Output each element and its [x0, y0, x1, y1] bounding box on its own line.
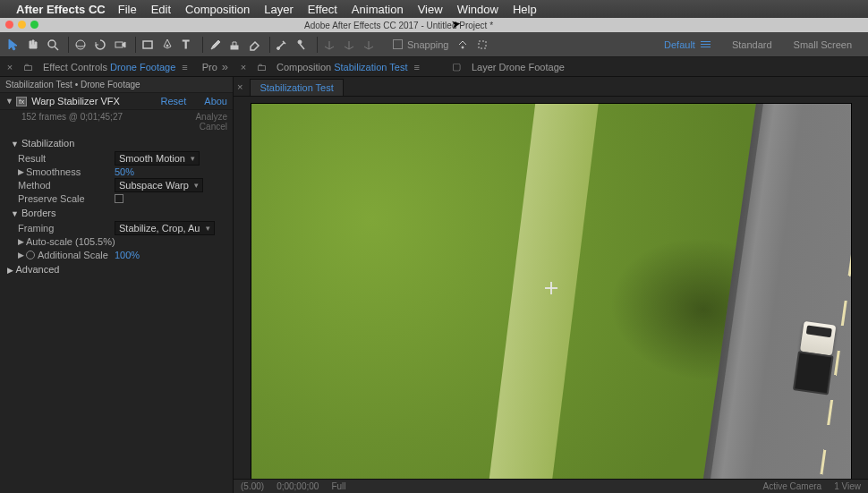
sub-tab-close-icon[interactable]: ×	[237, 81, 243, 92]
tab-overflow-icon[interactable]: »	[222, 60, 234, 73]
tool-bar: T Snapping Default Standard Small Screen	[0, 32, 868, 57]
layer-panel-icon[interactable]: ▢	[450, 61, 463, 73]
framing-dropdown[interactable]: Stabilize, Crop, Au▾	[115, 221, 215, 235]
snap-option2-icon[interactable]	[474, 37, 490, 53]
footer-resolution[interactable]: Full	[331, 481, 345, 491]
hamburger-icon	[701, 41, 711, 47]
tab-project[interactable]: Pro	[199, 62, 221, 72]
footer-timecode[interactable]: 0;00;00;00	[277, 481, 319, 491]
menu-composition[interactable]: Composition	[185, 3, 250, 16]
twirl-right-icon[interactable]: ▶	[18, 237, 26, 246]
menu-edit[interactable]: Edit	[151, 3, 171, 16]
cancel-button[interactable]: Cancel	[195, 122, 227, 132]
window-traffic-lights	[5, 21, 38, 29]
menu-file[interactable]: File	[118, 3, 137, 16]
camera-tool-icon[interactable]	[112, 37, 128, 53]
type-tool-icon[interactable]: T	[179, 37, 195, 53]
footer-camera[interactable]: Active Camera	[763, 481, 822, 491]
workspace-small-label: Small Screen	[794, 39, 852, 50]
param-framing: Framing Stabilize, Crop, Au▾	[0, 221, 233, 234]
rectangle-tool-icon[interactable]	[140, 37, 156, 53]
panel-menu-icon[interactable]: ≡	[182, 62, 187, 72]
composition-viewer[interactable]	[234, 97, 868, 493]
workspace-default[interactable]: Default	[653, 36, 721, 54]
svg-rect-7	[231, 46, 238, 49]
selection-tool-icon[interactable]	[5, 37, 21, 53]
puppet-pin-tool-icon[interactable]	[294, 37, 310, 53]
group-advanced[interactable]: ▶ Advanced	[0, 261, 233, 277]
tab-layer[interactable]: Layer Drone Footage	[468, 62, 568, 72]
workspace-standard[interactable]: Standard	[721, 36, 783, 54]
menu-animation[interactable]: Animation	[352, 3, 404, 16]
snapping-checkbox-icon[interactable]	[393, 39, 403, 49]
group-borders[interactable]: ▼ Borders	[0, 205, 233, 221]
menu-layer[interactable]: Layer	[264, 3, 294, 16]
chevron-down-icon: ▾	[194, 181, 199, 190]
axis-view-icon[interactable]	[361, 37, 377, 53]
panel-close-icon[interactable]: ×	[4, 61, 16, 73]
menu-effect[interactable]: Effect	[308, 3, 337, 16]
footer-fps[interactable]: (5.00)	[241, 481, 264, 491]
panel-close-icon[interactable]: ×	[237, 61, 250, 73]
group-stabilization[interactable]: ▼ Stabilization	[0, 135, 233, 151]
window-minimize-button[interactable]	[18, 21, 26, 29]
viewer-footer-bar: (5.00) 0;00;00;00 Full Active Camera 1 V…	[234, 479, 868, 493]
smoothness-value[interactable]: 50%	[115, 166, 134, 177]
reset-link[interactable]: Reset	[161, 96, 187, 106]
brush-tool-icon[interactable]	[207, 37, 223, 53]
panel-lock-icon[interactable]: 🗀	[255, 61, 268, 73]
zoom-tool-icon[interactable]	[45, 37, 61, 53]
framing-label: Framing	[18, 223, 115, 234]
snap-option-icon[interactable]	[455, 37, 471, 53]
axis-local-icon[interactable]	[321, 37, 337, 53]
result-dropdown[interactable]: Smooth Motion▾	[115, 151, 200, 166]
eraser-tool-icon[interactable]	[246, 37, 262, 53]
menu-window[interactable]: Window	[457, 3, 498, 16]
footer-views[interactable]: 1 View	[834, 481, 861, 491]
window-close-button[interactable]	[5, 21, 13, 29]
window-zoom-button[interactable]	[30, 21, 38, 29]
hand-tool-icon[interactable]	[25, 37, 41, 53]
additional-scale-value[interactable]: 100%	[115, 250, 140, 260]
comp-sub-tab[interactable]: Stabilization Test	[250, 79, 343, 96]
tab-composition[interactable]: Composition Stabilization Test ≡	[273, 62, 423, 72]
roto-brush-tool-icon[interactable]	[274, 37, 290, 53]
menu-view[interactable]: View	[418, 3, 443, 16]
snapping-label: Snapping	[407, 39, 449, 50]
twirl-down-icon[interactable]: ▼	[5, 97, 13, 106]
stopwatch-icon[interactable]	[26, 251, 35, 259]
group-borders-label: Borders	[21, 208, 56, 218]
right-panel-tabs: × 🗀 Composition Stabilization Test ≡ ▢ L…	[234, 57, 868, 77]
param-preserve-scale: Preserve Scale	[0, 191, 233, 205]
twirl-right-icon[interactable]: ▶	[18, 167, 26, 176]
chevron-down-icon: ▾	[206, 224, 210, 233]
svg-text:T: T	[183, 38, 190, 51]
preserve-scale-checkbox[interactable]	[115, 194, 123, 203]
chevron-down-icon: ▾	[191, 154, 195, 163]
pen-tool-icon[interactable]	[159, 37, 175, 53]
axis-world-icon[interactable]	[341, 37, 357, 53]
snapping-toggle[interactable]: Snapping	[393, 37, 494, 53]
group-advanced-label: Advanced	[15, 264, 59, 275]
fx-badge-icon[interactable]: fx	[16, 97, 27, 106]
macos-menubar: After Effects CC File Edit Composition L…	[0, 0, 868, 18]
svg-point-10	[462, 47, 464, 48]
param-autoscale: ▶ Auto-scale (105.5%)	[0, 234, 233, 248]
about-link[interactable]: Abou	[204, 96, 227, 106]
tab-effect-controls[interactable]: Effect Controls Drone Footage ≡	[39, 62, 191, 72]
svg-point-5	[166, 45, 168, 47]
rotation-tool-icon[interactable]	[92, 37, 108, 53]
effect-header[interactable]: ▼ fx Warp Stabilizer VFX Reset Abou	[0, 93, 233, 110]
method-dropdown[interactable]: Subspace Warp▾	[115, 178, 203, 192]
menu-help[interactable]: Help	[513, 3, 537, 16]
workspace-small-screen[interactable]: Small Screen	[783, 36, 863, 54]
panel-lock-icon[interactable]: 🗀	[21, 61, 34, 73]
frames-info: 152 frames @ 0;01;45;27 Analyze Cancel	[0, 110, 233, 135]
analyze-button[interactable]: Analyze	[195, 112, 227, 122]
panel-menu-icon[interactable]: ≡	[414, 62, 420, 72]
app-name[interactable]: After Effects CC	[16, 3, 106, 16]
orbit-tool-icon[interactable]	[72, 37, 89, 53]
twirl-right-icon[interactable]: ▶	[18, 251, 26, 259]
clone-stamp-tool-icon[interactable]	[226, 37, 243, 53]
footage-preview[interactable]	[251, 104, 851, 489]
